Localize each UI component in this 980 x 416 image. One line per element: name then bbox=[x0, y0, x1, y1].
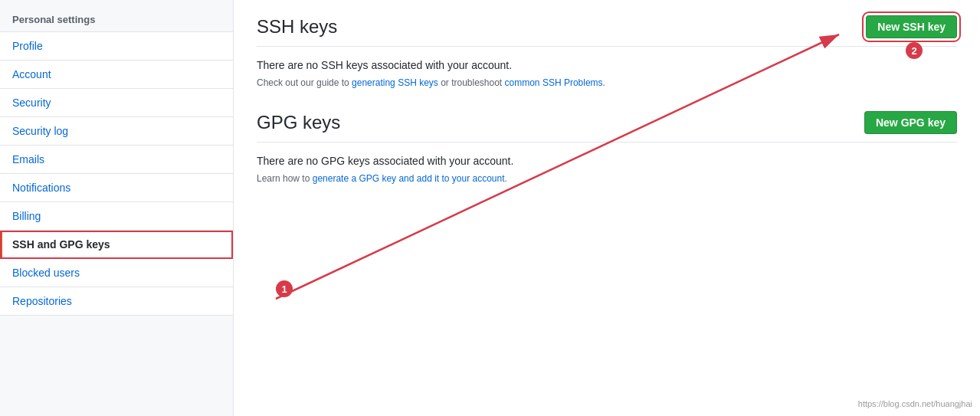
gpg-keys-section: GPG keys New GPG key There are no GPG ke… bbox=[257, 111, 957, 184]
ssh-guide-middle: or troubleshoot bbox=[438, 77, 505, 88]
gpg-section-title: GPG keys bbox=[257, 112, 340, 133]
sidebar-item-emails[interactable]: Emails bbox=[0, 146, 233, 174]
sidebar-item-account[interactable]: Account bbox=[0, 61, 233, 89]
new-ssh-btn-wrapper: New SSH key bbox=[866, 15, 957, 38]
generating-ssh-keys-link[interactable]: generating SSH keys bbox=[352, 77, 438, 88]
sidebar-item-notifications[interactable]: Notifications bbox=[0, 174, 233, 202]
gpg-section-header: GPG keys New GPG key bbox=[257, 111, 957, 142]
main-content: SSH keys New SSH key There are no SSH ke… bbox=[234, 0, 980, 416]
new-ssh-key-button[interactable]: New SSH key bbox=[866, 15, 957, 38]
ssh-guide-prefix: Check out our guide to bbox=[257, 77, 352, 88]
badge-1: 1 bbox=[276, 280, 293, 297]
gpg-guide-suffix: . bbox=[505, 173, 507, 184]
ssh-section-header: SSH keys New SSH key bbox=[257, 15, 957, 47]
generate-gpg-key-link[interactable]: generate a GPG key and add it to your ac… bbox=[313, 173, 505, 184]
ssh-guide-suffix: . bbox=[603, 77, 605, 88]
gpg-guide-text: Learn how to generate a GPG key and add … bbox=[257, 173, 957, 184]
sidebar-item-blocked-users[interactable]: Blocked users bbox=[0, 259, 233, 287]
gpg-no-keys-text: There are no GPG keys associated with yo… bbox=[257, 155, 513, 167]
ssh-keys-section: SSH keys New SSH key There are no SSH ke… bbox=[257, 15, 957, 88]
sidebar-item-security-log[interactable]: Security log bbox=[0, 117, 233, 146]
sidebar-item-security[interactable]: Security bbox=[0, 89, 233, 117]
sidebar-item-repositories[interactable]: Repositories bbox=[0, 287, 233, 316]
ssh-guide-text: Check out our guide to generating SSH ke… bbox=[257, 77, 957, 88]
watermark: https://blog.csdn.net/huangjhai bbox=[858, 399, 972, 408]
ssh-no-keys-text: There are no SSH keys associated with yo… bbox=[257, 59, 512, 71]
sidebar-item-ssh-gpg-keys[interactable]: SSH and GPG keys bbox=[0, 231, 233, 259]
common-ssh-problems-link[interactable]: common SSH Problems bbox=[505, 77, 603, 88]
sidebar-item-billing[interactable]: Billing bbox=[0, 202, 233, 231]
sidebar-header: Personal settings bbox=[0, 8, 233, 32]
gpg-guide-prefix: Learn how to bbox=[257, 173, 313, 184]
new-gpg-key-button[interactable]: New GPG key bbox=[864, 111, 957, 134]
sidebar: Personal settings Profile Account Securi… bbox=[0, 0, 234, 416]
ssh-no-keys-message: There are no SSH keys associated with yo… bbox=[257, 59, 957, 71]
gpg-no-keys-message: There are no GPG keys associated with yo… bbox=[257, 155, 957, 167]
ssh-section-title: SSH keys bbox=[257, 16, 337, 38]
sidebar-item-profile[interactable]: Profile bbox=[0, 32, 233, 61]
